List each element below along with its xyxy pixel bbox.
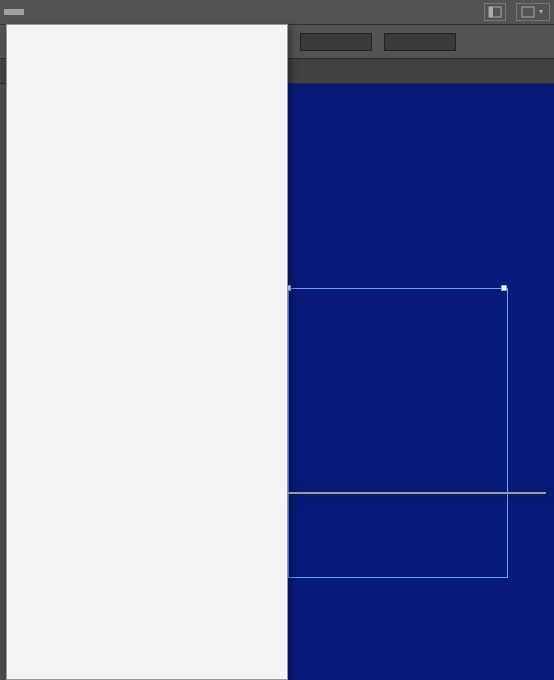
menubar-item-text[interactable] <box>24 9 44 15</box>
menubar-item-select[interactable] <box>44 9 64 15</box>
menubar-item-effect[interactable] <box>64 9 84 15</box>
menubar-item-object[interactable] <box>4 9 24 15</box>
menubar-item-window[interactable] <box>104 9 124 15</box>
selection-handle[interactable] <box>501 285 507 291</box>
arrange-dropdown-icon[interactable] <box>516 3 550 21</box>
blend-submenu <box>288 492 546 494</box>
object-menu <box>6 24 288 680</box>
svg-rect-2 <box>522 7 534 17</box>
field-width[interactable] <box>384 33 456 51</box>
svg-rect-1 <box>489 7 493 17</box>
menubar-item-help[interactable] <box>124 9 144 15</box>
menubar <box>0 0 554 24</box>
menubar-item-view[interactable] <box>84 9 104 15</box>
selection-rect[interactable] <box>288 288 508 578</box>
field-y[interactable] <box>300 33 372 51</box>
layout-icon[interactable] <box>484 3 506 21</box>
canvas[interactable] <box>288 84 554 680</box>
